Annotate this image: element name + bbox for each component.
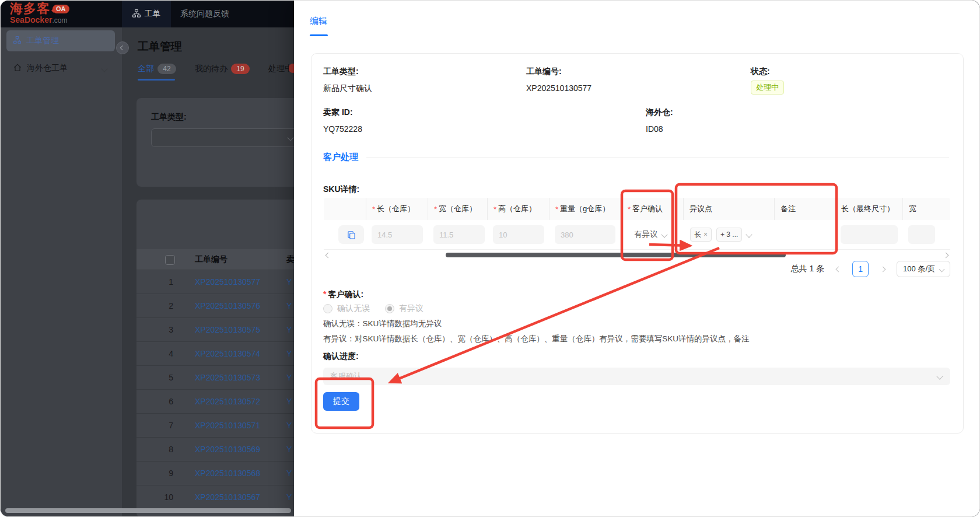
confirm-progress-label: 确认进度: (323, 351, 359, 362)
sidebar-item-overseas-workorder[interactable]: 海外仓工单 (6, 58, 115, 79)
seller-partial: Y (286, 373, 292, 382)
order-no-link[interactable]: XP202510130568 (195, 469, 260, 478)
section-title: 客户处理 (323, 152, 358, 163)
scroll-right-icon[interactable] (943, 253, 949, 258)
customer-confirm-label: *客户确认: (323, 289, 363, 300)
weight-input[interactable]: 380 (555, 225, 615, 244)
objection-more-tag[interactable]: + 3 ... (716, 228, 742, 242)
chevron-down-icon (287, 134, 293, 141)
page-size-select[interactable]: 100 条/页 (897, 261, 950, 277)
nav-workorder-label: 工单 (145, 9, 161, 19)
final-length-input[interactable] (841, 225, 898, 244)
app-logo[interactable]: 海多客 OA SeaDocker.com (10, 2, 69, 24)
objection-multiselect[interactable]: 长×+ 3 ... (690, 228, 751, 242)
warehouse-value: ID08 (646, 124, 663, 134)
required-mark: * (434, 205, 437, 214)
sidebar-collapse-button[interactable] (116, 41, 129, 54)
radio-option-no-objection[interactable]: 确认无误 (323, 303, 370, 314)
tab-all-count: 42 (158, 64, 176, 74)
customer-confirm-select[interactable]: 有异议 (634, 229, 667, 240)
current-page-button[interactable]: 1 (852, 261, 869, 277)
seller-partial: Y (286, 469, 292, 478)
prev-page-button[interactable] (830, 261, 846, 277)
order-no-link[interactable]: XP202510130573 (195, 373, 260, 382)
chevron-down-icon (936, 373, 943, 379)
objection-tag[interactable]: 长× (690, 228, 712, 242)
scrollbar-thumb[interactable] (446, 253, 786, 257)
confirm-progress-select[interactable]: 客服确认 (323, 368, 950, 385)
remove-tag-icon[interactable]: × (704, 230, 708, 239)
row-index: 1 (157, 277, 173, 287)
row-index: 6 (157, 397, 173, 406)
row-index: 4 (157, 349, 173, 358)
page-tabs: 全部 42 我的待办 19 处理中 (138, 64, 293, 74)
workorder-detail-card: 工单类型: 新品尺寸确认 工单编号: XP202510130577 状态: 处理… (311, 53, 964, 434)
column-header-seller-partial: 卖 (286, 254, 295, 265)
column-header-width: *宽（仓库） (428, 198, 487, 220)
tab-edit[interactable]: 编辑 (310, 16, 327, 27)
app-window: 海多客 OA SeaDocker.com 工单 系统问题反馈 工单管理 海外仓工… (0, 0, 980, 517)
order-no-link[interactable]: XP202510130567 (195, 492, 260, 502)
row-index: 5 (157, 373, 173, 382)
select-all-checkbox[interactable] (165, 255, 175, 265)
chevron-left-icon (120, 46, 125, 50)
length-input[interactable]: 14.5 (372, 225, 423, 244)
column-header-customer-confirm: *客户确认 (621, 198, 683, 220)
tab-all[interactable]: 全部 42 (138, 64, 176, 74)
column-header-actions (324, 198, 366, 220)
radio-checked-icon (385, 304, 394, 313)
submit-button[interactable]: 提交 (323, 392, 359, 411)
status-label: 状态: (751, 67, 770, 77)
nav-feedback-label: 系统问题反馈 (180, 9, 229, 19)
remark-cell[interactable] (774, 220, 835, 249)
order-no-link[interactable]: XP202510130576 (195, 301, 260, 310)
column-header-height: *高（仓库） (487, 198, 549, 220)
chevron-left-icon (835, 266, 841, 272)
tab-my-todo-count: 19 (231, 64, 250, 74)
row-index: 3 (157, 325, 173, 334)
final-width-input[interactable] (908, 225, 935, 244)
order-no-link[interactable]: XP202510130569 (195, 445, 260, 454)
tab-my-todo[interactable]: 我的待办 19 (195, 64, 250, 74)
next-page-button[interactable] (874, 261, 891, 277)
order-no-link[interactable]: XP202510130577 (195, 277, 260, 287)
org-chart-icon (13, 36, 21, 46)
type-value: 新品尺寸确认 (323, 83, 372, 94)
workorder-type-select[interactable] (151, 128, 300, 147)
width-input[interactable]: 11.5 (433, 225, 485, 244)
warehouse-label: 海外仓: (646, 107, 673, 118)
nav-item-feedback[interactable]: 系统问题反馈 (180, 1, 229, 27)
seller-partial: Y (286, 492, 292, 502)
customer-confirm-radios: 确认无误 有异议 (323, 303, 424, 314)
sku-table-scrollbar[interactable] (324, 251, 950, 260)
tab-all-label: 全部 (138, 64, 154, 74)
sidebar-item-label: 海外仓工单 (27, 63, 68, 74)
radio-option-has-objection[interactable]: 有异议 (385, 303, 424, 314)
row-index: 7 (157, 421, 173, 430)
scroll-left-icon[interactable] (326, 253, 331, 258)
order-no-link[interactable]: XP202510130572 (195, 397, 260, 406)
copy-icon (347, 230, 356, 239)
required-mark: * (628, 205, 631, 214)
radio-icon (323, 304, 332, 313)
required-mark: * (555, 205, 558, 214)
sidebar: 工单管理 海外仓工单 (1, 27, 123, 516)
order-no-link[interactable]: XP202510130575 (195, 325, 260, 334)
seller-partial: Y (286, 325, 292, 334)
copy-button[interactable] (338, 225, 364, 244)
active-tab-indicator (138, 79, 175, 81)
column-header-weight: *重量（g仓库） (549, 198, 621, 220)
chevron-right-icon (880, 266, 886, 272)
nav-item-workorder[interactable]: 工单 (122, 1, 171, 27)
seller-partial: Y (286, 421, 292, 430)
sku-table: *长（仓库） *宽（仓库） *高（仓库） *重量（g仓库） *客户确认 异议点 … (324, 198, 950, 260)
row-index: 10 (157, 492, 173, 502)
order-no-link[interactable]: XP202510130571 (195, 421, 260, 430)
required-mark: * (372, 205, 375, 214)
horizontal-scrollbar[interactable] (5, 508, 291, 513)
height-input[interactable]: 10 (493, 225, 544, 244)
edit-drawer: 编辑 工单类型: 新品尺寸确认 工单编号: XP202510130577 状态:… (294, 1, 979, 516)
sidebar-item-workorder-mgmt[interactable]: 工单管理 (6, 30, 115, 51)
order-no-link[interactable]: XP202510130574 (195, 349, 260, 358)
logo-text-en: SeaDocker (10, 15, 52, 25)
